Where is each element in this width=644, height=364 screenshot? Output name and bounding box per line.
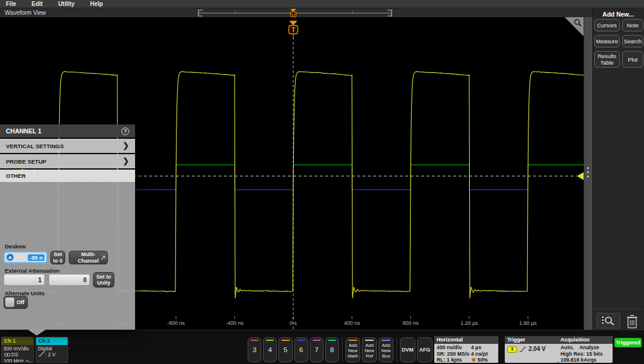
afg-button[interactable]: AFG	[417, 337, 432, 362]
x-axis-label: 1.60 µs	[519, 320, 537, 326]
channel-number: 8	[330, 346, 334, 353]
channel-number: 4	[268, 346, 272, 353]
channel-color-stripe	[266, 340, 274, 341]
channel-2-badge[interactable]: Ch 2 Digital : 2 V	[36, 337, 68, 363]
ch1-coupling: DS	[11, 352, 18, 357]
acquisition-panel[interactable]: Acquisition Auto, Analyze High Res: 15 b…	[558, 336, 613, 363]
ch1-scale: 500 mV/div	[4, 346, 31, 352]
section-label: OTHER	[6, 173, 25, 179]
acquisition-panel-body: Auto, Analyze High Res: 15 bits 109.816 …	[558, 344, 613, 363]
acquisition-count: 109.816 kAcqs	[560, 357, 610, 363]
channel-number: 6	[299, 346, 303, 353]
chevron-right-icon: ❯	[123, 158, 129, 164]
dialog-title: CHANNEL 1	[6, 127, 41, 135]
ch2-threshold: : 2 V	[45, 352, 56, 357]
external-attenuation-label: External Attenuation	[5, 267, 60, 274]
x-axis-label: -800 ns	[167, 320, 185, 326]
deskew-input[interactable]: A -30 n	[4, 251, 47, 263]
acquisition-mode: Auto, Analyze	[560, 344, 610, 351]
help-icon[interactable]: ?	[121, 127, 129, 135]
channel-1-badge[interactable]: Ch 1 500 mV/div DS 100 MHz	[1, 337, 34, 363]
digital-channel-4-button[interactable]: 4	[263, 337, 277, 362]
dialog-section-vertical-settings[interactable]: VERTICAL SETTINGS❯	[0, 139, 135, 153]
zoom-tool-button[interactable]	[597, 313, 620, 328]
button-label: Add New Ref	[365, 343, 374, 359]
dialog-section-other[interactable]: OTHER	[0, 170, 135, 182]
expansion-point-marker-icon	[290, 9, 296, 17]
trigger-panel[interactable]: Trigger 1 2.04 V	[505, 336, 558, 363]
zoom-list-icon	[601, 315, 616, 326]
trigger-source-badge: 1	[507, 346, 517, 353]
add-new-bus-button[interactable]: Add New Bus	[379, 337, 393, 362]
menu-file[interactable]: File	[6, 1, 16, 7]
add-new-math-button[interactable]: Add New Math	[345, 337, 360, 362]
horizontal-panel-body: 400 ns/div4 µsSR: 250 MS/s4 ns/ptRL: 1 k…	[434, 344, 498, 363]
attenuation-input-1[interactable]: 1	[4, 274, 45, 286]
dvm-button[interactable]: DVM	[400, 337, 415, 362]
acquisition-panel-title: Acquisition	[558, 336, 613, 344]
ch1-bandwidth: 100 MHz	[4, 358, 24, 363]
deskew-label: Deskew	[5, 243, 25, 250]
attenuation-input-2[interactable]: 0	[49, 274, 90, 286]
multi-channel-label: Multi- Channel	[78, 251, 99, 264]
triggered-status-badge: Triggered	[614, 338, 642, 347]
ch2-mode: Digital	[38, 346, 66, 352]
rising-edge-icon	[519, 346, 527, 353]
button-label: Add New Bus	[382, 343, 391, 359]
trigger-position-marker-icon[interactable]: T	[289, 21, 298, 37]
channel-color-stripe	[328, 340, 336, 341]
channel-1-badge-header: Ch 1	[2, 337, 33, 345]
deskew-value: -30 n	[28, 254, 44, 261]
horizontal-position-icon: 0	[471, 357, 476, 363]
add-new-measure-button[interactable]: Measure	[594, 35, 620, 47]
add-new-search-button[interactable]: Search	[622, 35, 643, 47]
trash-icon[interactable]	[624, 314, 640, 329]
add-new-plot-button[interactable]: Plot	[622, 51, 643, 68]
channel-color-stripe	[297, 340, 305, 341]
x-axis-label: 400 ns	[344, 320, 360, 326]
digital-channel-3-button[interactable]: 3	[248, 337, 261, 362]
trigger-level-arrow-icon[interactable]	[577, 172, 584, 180]
horizontal-panel[interactable]: Horizontal 400 ns/div4 µsSR: 250 MS/s4 n…	[434, 336, 498, 363]
probe-icon	[4, 353, 11, 357]
add-new-note-button[interactable]: Note	[622, 19, 643, 31]
dialog-header[interactable]: CHANNEL 1 ?	[0, 124, 135, 138]
channel-color-stripe	[313, 340, 321, 341]
horizontal-row: SR: 250 MS/s4 ns/pt	[437, 351, 496, 357]
menu-utility[interactable]: Utility	[58, 1, 75, 7]
trigger-level-value: 2.04 V	[528, 346, 546, 353]
color-stripe	[365, 340, 374, 341]
digital-channel-5-button[interactable]: 5	[278, 337, 292, 362]
digital-channel-6-button[interactable]: 6	[294, 337, 308, 362]
multi-channel-button[interactable]: Multi- Channel	[69, 251, 108, 264]
channel-1-dialog: CHANNEL 1 ? VERTICAL SETTINGS❯PROBE SETU…	[0, 124, 135, 330]
x-axis-label: 1.20 µs	[460, 320, 478, 326]
acquisition-resolution: High Res: 15 bits	[560, 351, 610, 357]
acquisition-overview-ruler[interactable]	[196, 8, 397, 17]
chevron-right-icon: ❯	[123, 143, 129, 149]
panel-divider-handle[interactable]	[584, 17, 592, 330]
bottom-button-group: 345678Add New MathAdd New RefAdd New Bus…	[248, 336, 432, 363]
horizontal-panel-title: Horizontal	[434, 336, 498, 344]
dialog-section-probe-setup[interactable]: PROBE SETUP❯	[0, 154, 135, 168]
toggle-state: Off	[17, 299, 24, 305]
channel-color-stripe	[281, 340, 289, 341]
right-panel-separator	[593, 309, 643, 309]
alternate-units-toggle[interactable]: Off	[4, 296, 28, 309]
menu-help[interactable]: Help	[90, 1, 103, 7]
channel-number: 5	[284, 346, 287, 353]
add-new-results-table-button[interactable]: Results Table	[594, 51, 620, 68]
add-new-cursors-button[interactable]: Cursors	[594, 19, 620, 31]
set-to-zero-button[interactable]: Set to 0	[50, 251, 65, 264]
dialog-callout-tail	[28, 330, 46, 336]
digital-channel-8-button[interactable]: 8	[325, 337, 339, 362]
trigger-panel-title: Trigger	[505, 336, 558, 344]
add-new-ref-button[interactable]: Add New Ref	[362, 337, 377, 362]
menu-edit[interactable]: Edit	[31, 1, 43, 7]
svg-text:0: 0	[473, 357, 475, 361]
channel-number: 7	[315, 346, 318, 353]
add-new-buttons: CursorsNoteMeasureSearchResults TablePlo…	[594, 19, 643, 68]
section-label: VERTICAL SETTINGS	[6, 143, 63, 149]
set-to-unity-button[interactable]: Set to Unity	[93, 272, 114, 288]
digital-channel-7-button[interactable]: 7	[310, 337, 323, 362]
